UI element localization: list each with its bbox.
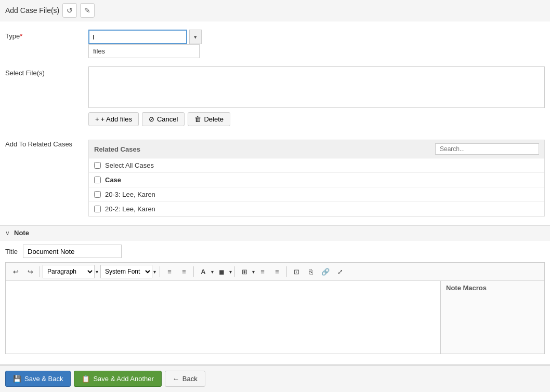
bullet-list-button[interactable]: ≡ [256,265,269,278]
type-dropdown-button[interactable]: ▾ [189,30,202,44]
copy-button[interactable]: ⎘ [304,265,318,278]
type-control-area: ▾ files [88,30,545,58]
text-color-button[interactable]: A [197,265,210,278]
cancel-button[interactable]: ⊘ Cancel [142,112,185,126]
files-drop-area[interactable] [88,66,545,108]
highlight-button[interactable]: ◼ [215,265,228,278]
select-files-label: Select File(s) [5,66,88,77]
editor-toolbar: ↩ ↪ Paragraph Heading 1 Heading 2 Headin… [6,263,544,281]
note-macros-panel: Note Macros [440,281,544,354]
case-row-2: 20-2: Lee, Karen [89,202,544,216]
related-cases-form-row: Add To Related Cases Related Cases Selec… [0,134,550,220]
editor-wrapper: ↩ ↪ Paragraph Heading 1 Heading 2 Headin… [5,262,545,354]
edit-button[interactable]: ✎ [80,3,95,18]
related-cases-control-area: Related Cases Select All Cases Case [88,138,545,217]
suggestion-list: files [88,44,200,58]
table-arrow: ▾ [252,269,255,275]
note-section: ∨ Note Title ↩ ↪ Paragraph Heading 1 [0,225,550,358]
case-1-checkbox[interactable] [94,191,101,198]
page-header: Add Case File(s) ↺ ✎ [0,0,550,21]
note-macros-title: Note Macros [446,284,487,292]
cancel-icon: ⊘ [149,115,154,123]
save-back-button[interactable]: 💾 Save & Back [5,371,71,387]
highlight-arrow: ▾ [229,269,232,275]
paragraph-select[interactable]: Paragraph Heading 1 Heading 2 Heading 3 [43,265,95,278]
save-back-icon: 💾 [13,375,21,383]
related-cases-search-input[interactable] [435,143,539,155]
undo-button[interactable]: ↩ [9,265,22,278]
toolbar-divider-4 [234,266,235,277]
case-header-label[interactable]: Case [105,176,121,184]
select-all-checkbox[interactable] [94,162,101,169]
type-input-wrapper: ▾ [88,30,545,44]
case-header-row: Case [89,173,544,187]
back-arrow-icon: ← [173,375,179,383]
select-files-form-row: Select File(s) + + Add files ⊘ Cancel 🗑 … [0,63,550,132]
select-files-control-area: + + Add files ⊘ Cancel 🗑 Delete [88,66,545,129]
file-action-buttons: + + Add files ⊘ Cancel 🗑 Delete [88,112,545,126]
link-button[interactable]: 🔗 [319,265,332,278]
toolbar-divider-1 [40,266,40,277]
refresh-button[interactable]: ↺ [62,3,77,18]
chevron-paragraph-icon: ▾ [96,269,98,275]
editor-content-row: Note Macros [6,281,544,354]
case-2-label: 20-2: Lee, Karen [105,205,155,213]
back-button[interactable]: ← Back [165,371,205,387]
refresh-icon: ↺ [67,6,73,15]
chevron-font-icon: ▾ [153,269,156,275]
type-label: Type* [5,30,88,40]
page-footer: 💾 Save & Back 📋 Save & Add Another ← Bac… [0,364,550,392]
type-form-row: Type* ▾ files [0,26,550,61]
ordered-list-button[interactable]: ≡ [270,265,284,278]
note-section-title: Note [14,229,29,237]
case-2-checkbox[interactable] [94,206,101,212]
note-title-label: Title [5,248,18,255]
case-1-label: 20-3: Lee, Karen [105,191,155,198]
select-all-label[interactable]: Select All Cases [105,161,154,169]
align-left-button[interactable]: ≡ [163,265,176,278]
table-button[interactable]: ⊞ [238,265,251,278]
case-header-checkbox[interactable] [94,177,101,183]
toolbar-divider-2 [160,266,160,277]
toolbar-divider-3 [193,266,194,277]
case-row-1: 20-3: Lee, Karen [89,187,544,202]
fullscreen-button[interactable]: ⤢ [333,265,347,278]
note-body: Title ↩ ↪ Paragraph Heading 1 Heading 2 … [0,240,550,358]
note-editor-area[interactable] [6,281,440,354]
chevron-down-icon: ▾ [194,34,197,40]
related-cases-title: Related Cases [94,145,140,153]
save-back-label: Save & Back [24,375,63,383]
edit-icon: ✎ [84,6,90,15]
main-content: Type* ▾ files Select File(s) [0,21,550,364]
page-title: Add Case File(s) [5,6,59,15]
add-files-button[interactable]: + + Add files [88,112,139,126]
text-color-arrow: ▾ [211,269,214,275]
align-right-button[interactable]: ≡ [177,265,191,278]
page-wrapper: Add Case File(s) ↺ ✎ Type* ▾ [0,0,550,392]
type-suggestion-dropdown: files [88,44,545,58]
save-add-another-button[interactable]: 📋 Save & Add Another [74,371,161,387]
select-all-row: Select All Cases [89,158,544,173]
font-select[interactable]: System Font Arial Times New Roman [100,265,152,278]
plus-icon: + [95,115,99,123]
suggestion-item-files[interactable]: files [89,45,199,58]
toolbar-divider-5 [286,266,287,277]
related-cases-body: Select All Cases Case 20-3: Lee, Karen [88,158,545,217]
save-add-icon: 📋 [82,375,90,383]
delete-button[interactable]: 🗑 Delete [188,112,230,126]
note-title-input[interactable] [23,245,122,258]
type-input[interactable] [88,30,187,44]
save-add-another-label: Save & Add Another [93,375,153,383]
back-label: Back [182,375,198,383]
related-cases-section: Related Cases Select All Cases Case [88,140,545,217]
note-toggle-icon: ∨ [5,229,10,237]
related-cases-label: Add To Related Cases [5,138,88,148]
trash-icon: 🗑 [194,115,201,123]
redo-button[interactable]: ↪ [23,265,37,278]
note-section-header[interactable]: ∨ Note [0,226,550,240]
note-title-row: Title [5,245,545,258]
related-cases-header: Related Cases [88,140,545,158]
special-table-button[interactable]: ⊡ [290,265,303,278]
